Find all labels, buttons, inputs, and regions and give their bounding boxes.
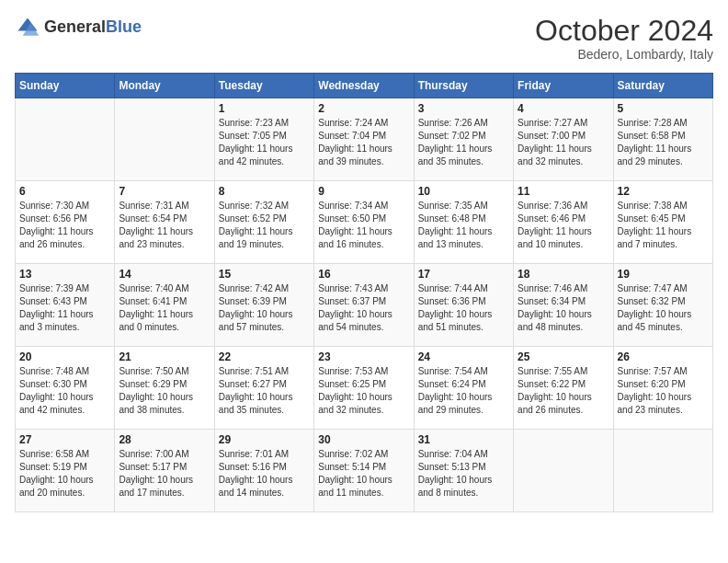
day-info: Sunrise: 7:48 AM Sunset: 6:30 PM Dayligh… <box>19 365 110 417</box>
day-info: Sunrise: 7:40 AM Sunset: 6:41 PM Dayligh… <box>119 282 210 334</box>
day-info: Sunrise: 7:57 AM Sunset: 6:20 PM Dayligh… <box>618 365 709 417</box>
day-number: 9 <box>318 185 409 198</box>
day-info: Sunrise: 7:46 AM Sunset: 6:34 PM Dayligh… <box>518 282 609 334</box>
calendar-cell <box>16 98 115 181</box>
calendar-cell: 13Sunrise: 7:39 AM Sunset: 6:43 PM Dayli… <box>16 264 115 347</box>
day-info: Sunrise: 7:35 AM Sunset: 6:48 PM Dayligh… <box>418 200 509 251</box>
day-number: 29 <box>219 433 310 446</box>
weekday-header-wednesday: Wednesday <box>314 74 414 98</box>
day-info: Sunrise: 7:00 AM Sunset: 5:17 PM Dayligh… <box>119 448 210 500</box>
day-number: 27 <box>19 433 110 446</box>
day-number: 26 <box>618 350 709 363</box>
day-number: 3 <box>418 102 509 115</box>
page-header: GeneralBlue October 2024 Bedero, Lombard… <box>15 15 713 62</box>
day-number: 21 <box>119 350 210 363</box>
logo: GeneralBlue <box>15 15 142 40</box>
calendar-cell: 4Sunrise: 7:27 AM Sunset: 7:00 PM Daylig… <box>514 98 613 181</box>
day-info: Sunrise: 7:50 AM Sunset: 6:29 PM Dayligh… <box>119 365 210 417</box>
calendar-week-row: 1Sunrise: 7:23 AM Sunset: 7:05 PM Daylig… <box>16 98 713 181</box>
calendar-week-row: 6Sunrise: 7:30 AM Sunset: 6:56 PM Daylig… <box>16 181 713 264</box>
day-info: Sunrise: 7:47 AM Sunset: 6:32 PM Dayligh… <box>618 282 709 334</box>
day-info: Sunrise: 7:51 AM Sunset: 6:27 PM Dayligh… <box>219 365 310 417</box>
calendar-cell: 3Sunrise: 7:26 AM Sunset: 7:02 PM Daylig… <box>414 98 513 181</box>
calendar-cell: 17Sunrise: 7:44 AM Sunset: 6:36 PM Dayli… <box>414 264 513 347</box>
weekday-header-thursday: Thursday <box>414 74 513 98</box>
calendar-cell: 29Sunrise: 7:01 AM Sunset: 5:16 PM Dayli… <box>214 430 313 512</box>
calendar-cell: 16Sunrise: 7:43 AM Sunset: 6:37 PM Dayli… <box>314 264 414 347</box>
calendar-cell: 14Sunrise: 7:40 AM Sunset: 6:41 PM Dayli… <box>115 264 214 347</box>
day-number: 22 <box>219 350 310 363</box>
day-number: 5 <box>618 102 709 115</box>
calendar-week-row: 27Sunrise: 6:58 AM Sunset: 5:19 PM Dayli… <box>16 430 713 512</box>
calendar-cell <box>514 430 613 512</box>
day-info: Sunrise: 7:30 AM Sunset: 6:56 PM Dayligh… <box>19 200 110 251</box>
day-info: Sunrise: 7:26 AM Sunset: 7:02 PM Dayligh… <box>418 117 509 168</box>
calendar-cell: 24Sunrise: 7:54 AM Sunset: 6:24 PM Dayli… <box>414 347 513 430</box>
day-info: Sunrise: 7:32 AM Sunset: 6:52 PM Dayligh… <box>219 200 310 251</box>
day-number: 20 <box>19 350 110 363</box>
day-number: 18 <box>518 268 609 281</box>
calendar-subtitle: Bedero, Lombardy, Italy <box>535 47 713 62</box>
day-info: Sunrise: 6:58 AM Sunset: 5:19 PM Dayligh… <box>19 448 110 500</box>
day-number: 4 <box>518 102 609 115</box>
calendar-cell: 10Sunrise: 7:35 AM Sunset: 6:48 PM Dayli… <box>414 181 513 264</box>
title-block: October 2024 Bedero, Lombardy, Italy <box>535 15 713 62</box>
calendar-cell: 23Sunrise: 7:53 AM Sunset: 6:25 PM Dayli… <box>314 347 414 430</box>
day-info: Sunrise: 7:28 AM Sunset: 6:58 PM Dayligh… <box>618 117 709 168</box>
logo-icon <box>15 15 40 40</box>
day-info: Sunrise: 7:34 AM Sunset: 6:50 PM Dayligh… <box>318 200 409 251</box>
day-number: 31 <box>418 433 509 446</box>
weekday-header-tuesday: Tuesday <box>214 74 313 98</box>
day-number: 10 <box>418 185 509 198</box>
calendar-week-row: 20Sunrise: 7:48 AM Sunset: 6:30 PM Dayli… <box>16 347 713 430</box>
day-info: Sunrise: 7:44 AM Sunset: 6:36 PM Dayligh… <box>418 282 509 334</box>
day-info: Sunrise: 7:27 AM Sunset: 7:00 PM Dayligh… <box>518 117 609 168</box>
day-info: Sunrise: 7:02 AM Sunset: 5:14 PM Dayligh… <box>318 448 409 500</box>
day-info: Sunrise: 7:24 AM Sunset: 7:04 PM Dayligh… <box>318 117 409 168</box>
day-number: 12 <box>618 185 709 198</box>
calendar-cell: 25Sunrise: 7:55 AM Sunset: 6:22 PM Dayli… <box>514 347 613 430</box>
calendar-cell: 7Sunrise: 7:31 AM Sunset: 6:54 PM Daylig… <box>115 181 214 264</box>
calendar-cell: 5Sunrise: 7:28 AM Sunset: 6:58 PM Daylig… <box>613 98 712 181</box>
day-number: 7 <box>119 185 210 198</box>
calendar-table: SundayMondayTuesdayWednesdayThursdayFrid… <box>15 73 713 512</box>
calendar-cell: 2Sunrise: 7:24 AM Sunset: 7:04 PM Daylig… <box>314 98 414 181</box>
day-info: Sunrise: 7:53 AM Sunset: 6:25 PM Dayligh… <box>318 365 409 417</box>
day-info: Sunrise: 7:01 AM Sunset: 5:16 PM Dayligh… <box>219 448 310 500</box>
calendar-cell: 26Sunrise: 7:57 AM Sunset: 6:20 PM Dayli… <box>613 347 712 430</box>
day-number: 8 <box>219 185 310 198</box>
day-info: Sunrise: 7:38 AM Sunset: 6:45 PM Dayligh… <box>618 200 709 251</box>
day-info: Sunrise: 7:36 AM Sunset: 6:46 PM Dayligh… <box>518 200 609 251</box>
day-number: 28 <box>119 433 210 446</box>
calendar-cell: 6Sunrise: 7:30 AM Sunset: 6:56 PM Daylig… <box>16 181 115 264</box>
calendar-cell: 8Sunrise: 7:32 AM Sunset: 6:52 PM Daylig… <box>214 181 313 264</box>
day-number: 2 <box>318 102 409 115</box>
day-number: 23 <box>318 350 409 363</box>
day-info: Sunrise: 7:43 AM Sunset: 6:37 PM Dayligh… <box>318 282 409 334</box>
day-number: 17 <box>418 268 509 281</box>
day-number: 1 <box>219 102 310 115</box>
day-number: 24 <box>418 350 509 363</box>
calendar-cell <box>115 98 214 181</box>
calendar-cell: 11Sunrise: 7:36 AM Sunset: 6:46 PM Dayli… <box>514 181 613 264</box>
day-info: Sunrise: 7:39 AM Sunset: 6:43 PM Dayligh… <box>19 282 110 334</box>
weekday-header-saturday: Saturday <box>613 74 712 98</box>
day-number: 25 <box>518 350 609 363</box>
calendar-week-row: 13Sunrise: 7:39 AM Sunset: 6:43 PM Dayli… <box>16 264 713 347</box>
weekday-header-monday: Monday <box>115 74 214 98</box>
calendar-cell: 12Sunrise: 7:38 AM Sunset: 6:45 PM Dayli… <box>613 181 712 264</box>
calendar-cell: 21Sunrise: 7:50 AM Sunset: 6:29 PM Dayli… <box>115 347 214 430</box>
weekday-header-friday: Friday <box>514 74 613 98</box>
day-number: 14 <box>119 268 210 281</box>
weekday-header-sunday: Sunday <box>16 74 115 98</box>
day-number: 30 <box>318 433 409 446</box>
day-number: 19 <box>618 268 709 281</box>
day-number: 15 <box>219 268 310 281</box>
day-number: 13 <box>19 268 110 281</box>
day-number: 11 <box>518 185 609 198</box>
calendar-cell: 19Sunrise: 7:47 AM Sunset: 6:32 PM Dayli… <box>613 264 712 347</box>
calendar-cell: 18Sunrise: 7:46 AM Sunset: 6:34 PM Dayli… <box>514 264 613 347</box>
calendar-cell: 28Sunrise: 7:00 AM Sunset: 5:17 PM Dayli… <box>115 430 214 512</box>
calendar-cell: 20Sunrise: 7:48 AM Sunset: 6:30 PM Dayli… <box>16 347 115 430</box>
calendar-cell: 22Sunrise: 7:51 AM Sunset: 6:27 PM Dayli… <box>214 347 313 430</box>
